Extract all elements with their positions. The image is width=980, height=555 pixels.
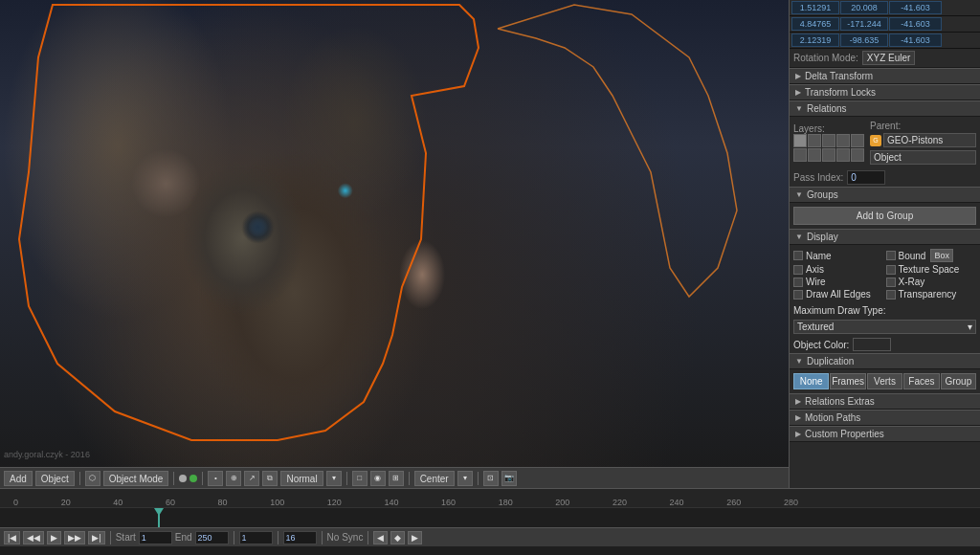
no-sync-label: No Sync [327, 532, 364, 543]
dup-faces-button[interactable]: Faces [903, 373, 939, 389]
playback-end-button[interactable]: ▶| [88, 531, 104, 544]
custom-properties-header[interactable]: ▶ Custom Properties [790, 426, 980, 442]
transform-locks-arrow: ▶ [795, 88, 801, 97]
pivot-icon[interactable]: ⊕ [226, 471, 241, 486]
separator-1 [79, 472, 80, 485]
normal-button[interactable]: Normal [280, 471, 323, 486]
playback-prev-button[interactable]: ◀◀ [23, 531, 44, 544]
keyframe-next-button[interactable]: ▶ [408, 531, 422, 544]
wire-label: Wire [806, 277, 826, 287]
display-header[interactable]: ▼ Display [790, 229, 980, 245]
mode-icon[interactable]: ⬡ [85, 471, 100, 486]
pass-index-input[interactable] [847, 170, 885, 185]
center-button[interactable]: Center [414, 471, 455, 486]
val-1-2[interactable]: 20.008 [840, 1, 888, 14]
layer-5[interactable] [851, 134, 864, 147]
layer-8[interactable] [822, 148, 835, 162]
display-bound: Bound Box [886, 249, 977, 262]
val-3-1[interactable]: 2.12319 [791, 33, 839, 47]
axis-checkbox[interactable] [793, 265, 803, 275]
object-type-field[interactable]: Object [870, 150, 976, 165]
bound-checkbox[interactable] [886, 251, 896, 260]
rotation-mode-value[interactable]: XYZ Euler [862, 51, 916, 65]
name-checkbox[interactable] [793, 251, 803, 260]
display-label: Display [807, 232, 838, 242]
transform-icon[interactable]: ⧉ [262, 471, 278, 486]
keyframe-add-button[interactable]: ◆ [390, 531, 405, 544]
layer-3[interactable] [822, 134, 835, 147]
layer-2[interactable] [808, 134, 821, 147]
display-axis: Axis [793, 264, 884, 275]
layer-1[interactable] [793, 134, 807, 147]
start-frame-input[interactable] [139, 531, 172, 544]
motion-paths-header[interactable]: ▶ Motion Paths [790, 410, 980, 426]
snap-icon[interactable]: • [208, 471, 223, 486]
end-frame-input[interactable] [195, 531, 229, 544]
duplication-buttons: None Frames Verts Faces Group [790, 369, 980, 393]
object-color-swatch[interactable] [853, 338, 891, 351]
draw-type-select[interactable]: Textured ▾ [793, 320, 976, 334]
relations-header[interactable]: ▼ Relations [790, 100, 980, 117]
mark-20: 20 [61, 498, 71, 507]
groups-header[interactable]: ▼ Groups [790, 187, 980, 203]
dup-verts-button[interactable]: Verts [867, 373, 902, 389]
val-2-1[interactable]: 4.84765 [791, 17, 839, 31]
playback-start-button[interactable]: |◀ [4, 531, 20, 544]
transform-row-3: 2.12319 -98.635 -41.603 [790, 33, 980, 49]
parent-group: Parent: G GEO-Pistons Object [870, 121, 976, 165]
layer-7[interactable] [808, 148, 821, 162]
parent-name-field[interactable]: GEO-Pistons [883, 133, 976, 147]
dup-group-button[interactable]: Group [941, 373, 976, 389]
view-icon-2[interactable]: ◉ [370, 471, 386, 486]
view-icon-1[interactable]: □ [352, 471, 368, 486]
layer-9[interactable] [836, 148, 850, 162]
green-dot [189, 475, 197, 482]
center-icon[interactable]: ▾ [457, 471, 473, 486]
delta-transform-header[interactable]: ▶ Delta Transform [790, 68, 980, 84]
texture-space-checkbox[interactable] [886, 265, 896, 275]
extra-icon-2[interactable]: 📷 [501, 471, 517, 486]
transform-locks-header[interactable]: ▶ Transform Locks [790, 84, 980, 100]
wire-checkbox[interactable] [793, 278, 803, 287]
val-2-2[interactable]: -171.244 [840, 17, 888, 31]
add-to-group-button[interactable]: Add to Group [793, 207, 976, 225]
playback-play-button[interactable]: ▶ [47, 531, 61, 544]
layer-6[interactable] [793, 148, 807, 162]
current-frame-input[interactable] [239, 531, 273, 544]
viewport-watermark: andy.goral.czyk - 2016 [4, 450, 90, 459]
playback-next-button[interactable]: ▶▶ [64, 531, 85, 544]
add-button[interactable]: Add [4, 471, 33, 486]
fps-input[interactable] [283, 531, 317, 544]
xray-checkbox[interactable] [886, 278, 896, 287]
bottom-sep-3 [278, 531, 278, 544]
object-button[interactable]: Object [35, 471, 75, 486]
relations-extras-header[interactable]: ▶ Relations Extras [790, 393, 980, 410]
delta-transform-arrow: ▶ [795, 72, 801, 80]
box-button[interactable]: Box [930, 249, 953, 262]
ruler-marks: 0 20 40 60 80 100 120 140 160 180 200 22… [13, 498, 798, 507]
layer-10[interactable] [851, 148, 864, 162]
viewport[interactable]: andy.goral.czyk - 2016 Add Object ⬡ Obje… [0, 0, 789, 488]
mark-40: 40 [113, 498, 122, 507]
viewport-image: andy.goral.czyk - 2016 [0, 0, 789, 488]
relations-extras-arrow: ▶ [795, 397, 801, 406]
layer-4[interactable] [836, 134, 850, 147]
dup-none-button[interactable]: None [793, 373, 829, 389]
mark-280: 280 [784, 498, 798, 507]
draw-all-edges-checkbox[interactable] [793, 290, 803, 300]
dup-frames-button[interactable]: Frames [830, 373, 865, 389]
normal-icon[interactable]: ▾ [326, 471, 342, 486]
val-3-2[interactable]: -98.635 [840, 33, 888, 47]
orientation-icon[interactable]: ↗ [244, 471, 259, 486]
extra-icon-1[interactable]: ⊡ [483, 471, 499, 486]
duplication-header[interactable]: ▼ Duplication [790, 353, 980, 369]
val-3-3[interactable]: -41.603 [889, 33, 942, 47]
keyframe-prev-button[interactable]: ◀ [373, 531, 388, 544]
mode-button[interactable]: Object Mode [103, 471, 169, 486]
val-1-3[interactable]: -41.603 [889, 1, 942, 14]
transparency-checkbox[interactable] [886, 290, 896, 300]
val-2-3[interactable]: -41.603 [889, 17, 942, 31]
val-1-1[interactable]: 1.51291 [791, 1, 839, 14]
timeline-track[interactable] [0, 508, 980, 527]
view-icon-3[interactable]: ⊞ [389, 471, 404, 486]
